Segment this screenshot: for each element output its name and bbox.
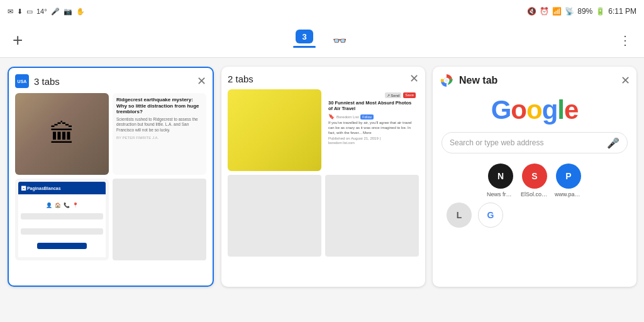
tab-count-badge: 3: [296, 30, 313, 43]
group1-title: 3 tabs: [34, 76, 60, 87]
group1-thumb-article[interactable]: Ridgecrest earthquake mystery: Why so li…: [113, 93, 206, 175]
group1-thumb-building[interactable]: [15, 93, 109, 175]
google-logo: Google: [491, 97, 579, 123]
travel-header-btns: ↗ Send Save: [328, 92, 416, 98]
group2-thumb-empty2: [325, 175, 419, 257]
paginas-map-icon: 📍: [72, 203, 79, 208]
g-letter-g: g: [542, 95, 558, 125]
tab-bar: + 3 👓 ⋮: [0, 23, 644, 58]
quick-link-elsol[interactable]: S ElSol.com...: [521, 164, 548, 197]
g-letter-e: e: [564, 95, 578, 125]
paginas-phone-icon: 📞: [64, 203, 70, 208]
incognito-icon: 👓: [331, 34, 348, 48]
quick-link-pagina[interactable]: P www.pagin...: [555, 164, 582, 197]
travel-domain: boredom list.com: [328, 141, 416, 145]
tab-active-underline: [293, 46, 316, 48]
card-title-row-1: USA 3 tabs: [15, 74, 60, 88]
incognito-tab-indicator[interactable]: 👓: [331, 34, 348, 50]
travel-source: Boredom List: [336, 115, 358, 119]
travel-title: 30 Funniest and Most Absurd Photos of Ai…: [328, 100, 416, 111]
card-header-1: USA 3 tabs ✕: [15, 74, 206, 88]
paginas-header: 🅰 PaginasBlancas: [18, 182, 106, 194]
tab-group-3-new-tab[interactable]: New tab ✕ Google Search or type web addr…: [433, 67, 636, 287]
monitor-icon: ▭: [26, 8, 33, 16]
quick-link-news[interactable]: N News from ...: [487, 164, 514, 197]
follow-btn: Follow: [360, 114, 373, 119]
tab-group-1[interactable]: USA 3 tabs ✕ Ridgecrest earthquake myste…: [8, 67, 214, 287]
g-letter-o1: o: [511, 95, 526, 125]
paginas-person-icon: 👤: [46, 203, 52, 208]
travel-author-row: 🔖 Boredom List Follow: [328, 114, 416, 119]
more-menu-button[interactable]: ⋮: [619, 33, 631, 48]
card-title-row-2: 2 tabs: [228, 74, 253, 84]
alarm-icon: ⏰: [540, 7, 549, 16]
mic-icon: 🎤: [51, 8, 60, 16]
group2-thumb-travel[interactable]: ↗ Send Save 30 Funniest and Most Absurd …: [325, 89, 419, 171]
group2-thumbnails: ↗ Send Save 30 Funniest and Most Absurd …: [228, 89, 419, 257]
paginas-icons: 👤 🏠 📞 📍: [46, 203, 79, 208]
news-icon: N: [488, 164, 513, 189]
chrome-icon: [439, 73, 454, 88]
paginas-home-icon: 🏠: [55, 203, 61, 208]
hand-icon: ✋: [76, 8, 85, 16]
elsol-label: ElSol.com...: [521, 191, 548, 197]
search-bar[interactable]: Search or type web address 🎤: [441, 132, 628, 153]
group1-close-button[interactable]: ✕: [197, 75, 206, 87]
group1-thumbnails: Ridgecrest earthquake mystery: Why so li…: [15, 93, 206, 260]
group1-thumb-empty: [113, 179, 206, 260]
travel-date: Published on August 21, 2019 |: [328, 136, 416, 140]
quick-links-row1: N News from ... S ElSol.com... P www.pag…: [441, 164, 628, 197]
time-display: 6:11 PM: [608, 7, 636, 16]
svg-point-2: [445, 79, 448, 82]
signal-icon: 📡: [565, 7, 574, 16]
travel-author-icon: 🔖: [328, 114, 335, 119]
new-tab-title-text: New tab: [459, 75, 497, 86]
paginas-search-field: [21, 213, 103, 219]
send-btn: ↗ Send: [385, 92, 402, 98]
g-icon: G: [478, 203, 503, 228]
elsol-icon: S: [522, 164, 547, 189]
wifi-icon: 📶: [552, 7, 562, 16]
g-letter-o2: o: [526, 95, 542, 125]
pagina-icon: P: [556, 164, 581, 189]
group2-close-button[interactable]: ✕: [409, 73, 419, 84]
tab-count-indicator[interactable]: 3: [293, 30, 316, 50]
quick-links-row2: L G: [441, 203, 628, 228]
article-title: Ridgecrest earthquake mystery: Why so li…: [116, 97, 203, 115]
pagina-label: www.pagin...: [555, 191, 582, 197]
tab-group-2[interactable]: 2 tabs ✕ ↗ Send Save 30 Funniest and Mos…: [221, 67, 425, 287]
battery-text: 89%: [577, 7, 592, 16]
tab-switcher-center: 3 👓: [293, 30, 348, 50]
paginas-search-field2: [21, 228, 103, 235]
status-bar: ✉ ⬇ ▭ 14° 🎤 📷 ✋ 🔇 ⏰ 📶 📡 89% 🔋 6:11 PM: [0, 0, 644, 23]
article-body: Scientists rushed to Ridgecrest to asses…: [116, 117, 203, 133]
group3-close-button[interactable]: ✕: [621, 75, 630, 86]
travel-body: If you've travelled by air, you'll agree…: [328, 121, 416, 135]
status-left-icons: ✉ ⬇ ▭ 14° 🎤 📷 ✋: [8, 8, 85, 16]
quick-link-google[interactable]: G: [478, 203, 503, 228]
group2-thumb-empty1: [228, 175, 321, 257]
new-tab-body: Google Search or type web address 🎤 N Ne…: [439, 97, 630, 280]
g-letter-l: l: [557, 95, 564, 125]
news-label: News from ...: [487, 191, 514, 197]
quick-link-l[interactable]: L: [447, 203, 472, 228]
email-icon: ✉: [8, 8, 13, 16]
group1-thumb-paginas[interactable]: 🅰 PaginasBlancas 👤 🏠 📞 📍: [15, 179, 109, 260]
search-placeholder: Search or type web address: [450, 138, 607, 147]
download-icon: ⬇: [17, 8, 23, 16]
add-tab-button[interactable]: +: [13, 30, 23, 50]
new-tab-header: New tab ✕: [439, 73, 630, 88]
temperature-text: 14°: [36, 8, 47, 15]
paginas-body: 👤 🏠 📞 📍: [18, 194, 106, 257]
camera-icon: 📷: [64, 8, 72, 16]
group2-thumb-yellow[interactable]: [228, 89, 321, 171]
article-source: BY PETER FIMRITE J.A.: [116, 136, 203, 140]
status-right-icons: 🔇 ⏰ 📶 📡 89% 🔋 6:11 PM: [527, 7, 636, 16]
paginas-buscar-button[interactable]: [37, 243, 87, 249]
group2-title: 2 tabs: [228, 74, 253, 84]
save-btn: Save: [403, 92, 416, 98]
new-tab-title-row: New tab: [439, 73, 497, 88]
mic-search-icon[interactable]: 🎤: [607, 137, 619, 149]
card-header-2: 2 tabs ✕: [228, 73, 419, 84]
main-content: USA 3 tabs ✕ Ridgecrest earthquake myste…: [0, 58, 644, 322]
